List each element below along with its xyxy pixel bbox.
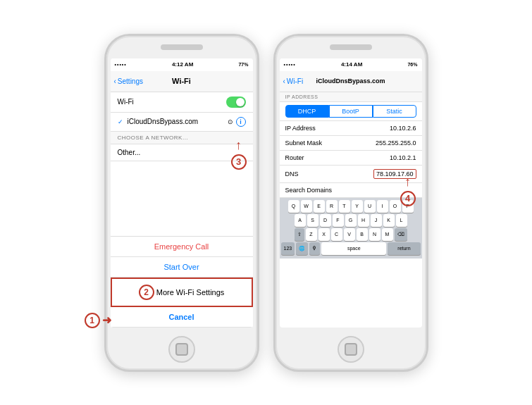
return-key[interactable]: return	[388, 242, 420, 255]
phone2-signal-dots: •••••	[284, 62, 296, 67]
phone1-signal-dots: •••••	[115, 62, 127, 67]
key-e[interactable]: E	[314, 200, 325, 213]
info-button[interactable]: i	[236, 117, 246, 127]
network-name: iCloudDnsBypass.com	[128, 118, 225, 125]
more-wifi-settings-item[interactable]: 2 More Wi-Fi Settings	[111, 278, 253, 307]
key-b[interactable]: B	[357, 228, 368, 241]
more-wifi-settings-text: More Wi-Fi Settings	[156, 288, 225, 297]
phone2-home-button[interactable]	[338, 336, 364, 363]
key-u[interactable]: U	[364, 200, 376, 213]
ip-address-row: IP Address 10.10.2.6	[280, 121, 422, 136]
home-button-inner	[175, 343, 188, 356]
wifi-toggle-row[interactable]: Wi-Fi	[111, 92, 253, 113]
step1-circle: 1	[85, 313, 100, 328]
phone2-nav-title: iCloudDnsBypass.com	[316, 77, 385, 85]
step4-annotation: ↑ 4	[400, 175, 416, 206]
key-r[interactable]: R	[326, 200, 338, 213]
network-row[interactable]: ✓ iCloudDnsBypass.com ⊙ i	[111, 113, 253, 132]
phone1-back-label: Settings	[118, 77, 143, 85]
keyboard[interactable]: Q W E R T Y U I O P A	[280, 198, 422, 258]
step4-circle: 4	[400, 191, 416, 206]
static-segment[interactable]: Static	[373, 105, 416, 118]
wifi-label: Wi-Fi	[118, 98, 134, 106]
emergency-call-item[interactable]: Emergency Call	[111, 237, 253, 257]
home2-button-inner	[345, 343, 357, 356]
key-n[interactable]: N	[369, 228, 381, 241]
phone1-screen: ••••• 4:12 AM 77% ‹ Settings Wi-Fi	[111, 58, 253, 328]
key-g[interactable]: G	[345, 214, 357, 227]
subnet-mask-row: Subnet Mask 255.255.255.0	[280, 136, 422, 151]
key-d[interactable]: D	[320, 214, 331, 227]
key-j[interactable]: J	[371, 214, 382, 227]
router-row: Router 10.10.2.1	[280, 151, 422, 166]
other-label: Other...	[118, 149, 141, 156]
keyboard-row2: A S D F G H J K L	[281, 214, 421, 227]
numbers-key[interactable]: 123	[281, 242, 295, 255]
key-w[interactable]: W	[301, 200, 312, 213]
step3-arrow: ↑	[235, 138, 242, 153]
chevron-left-icon2: ‹	[283, 77, 285, 85]
phone1-nav-bar: ‹ Settings Wi-Fi	[111, 71, 253, 92]
phone2-back-button[interactable]: ‹ Wi-Fi	[283, 77, 304, 85]
router-label: Router	[285, 154, 304, 161]
key-s[interactable]: S	[307, 214, 318, 227]
key-y[interactable]: Y	[352, 200, 363, 213]
subnet-mask-value: 255.255.255.0	[376, 139, 416, 147]
router-value: 10.10.2.1	[390, 154, 416, 161]
phone1-time: 4:12 AM	[172, 61, 193, 68]
scene: ••••• 4:12 AM 77% ‹ Settings Wi-Fi	[90, 20, 443, 386]
start-over-item[interactable]: Start Over	[111, 257, 253, 278]
ip-address-label: IP Address	[285, 125, 316, 132]
dhcp-segment[interactable]: DHCP	[285, 105, 329, 118]
key-q[interactable]: Q	[288, 200, 299, 213]
mic-key[interactable]: 🎙	[309, 242, 320, 255]
phone2-wrapper: ••••• 4:14 AM 76% ‹ Wi-Fi iCloudDnsBypas…	[273, 34, 428, 372]
ip-address-value: 10.10.2.6	[390, 125, 416, 132]
space-key[interactable]: space	[321, 242, 386, 255]
keyboard-row3: ⇧ Z X C V B N M ⌫	[281, 228, 421, 241]
key-i[interactable]: I	[377, 200, 388, 213]
key-k[interactable]: K	[383, 214, 395, 227]
checkmark-icon: ✓	[118, 118, 123, 125]
step3-annotation: ↑ 3	[231, 138, 247, 170]
segment-control[interactable]: DHCP BootP Static	[280, 102, 422, 121]
phone1-back-button[interactable]: ‹ Settings	[114, 77, 143, 85]
step3-circle: 3	[231, 154, 247, 170]
ip-section-header: IP ADDRESS	[280, 92, 422, 102]
phone2-battery: 76%	[407, 62, 417, 67]
phone2-back-label: Wi-Fi	[287, 77, 303, 85]
dns-label: DNS	[285, 170, 299, 177]
step2-label: 2	[139, 285, 154, 300]
cancel-item[interactable]: Cancel	[111, 307, 253, 328]
key-m[interactable]: M	[382, 228, 393, 241]
key-a[interactable]: A	[295, 214, 306, 227]
shift-key[interactable]: ⇧	[295, 228, 304, 241]
key-z[interactable]: Z	[306, 228, 317, 241]
wifi-signal-icon: ⊙	[228, 118, 233, 125]
key-h[interactable]: H	[358, 214, 369, 227]
phone1-content: Wi-Fi ✓ iCloudDnsBypass.com ⊙ i CHOOSE A…	[111, 92, 253, 328]
key-x[interactable]: X	[318, 228, 330, 241]
keyboard-row4: 123 🌐 🎙 space return	[281, 242, 421, 255]
phone2-nav-bar: ‹ Wi-Fi iCloudDnsBypass.com	[280, 71, 422, 92]
phone2-time: 4:14 AM	[341, 61, 362, 68]
key-v[interactable]: V	[344, 228, 355, 241]
key-c[interactable]: C	[331, 228, 342, 241]
phone1-battery: 77%	[238, 62, 248, 67]
phone1-home-button[interactable]	[168, 336, 195, 363]
chevron-left-icon: ‹	[114, 77, 116, 85]
key-l[interactable]: L	[396, 214, 407, 227]
search-domains-label: Search Domains	[285, 187, 333, 194]
phone1-status-bar: ••••• 4:12 AM 77%	[111, 58, 253, 71]
key-t[interactable]: T	[339, 200, 350, 213]
key-o[interactable]: O	[390, 200, 401, 213]
bootp-segment[interactable]: BootP	[329, 105, 373, 118]
phone1-nav-title: Wi-Fi	[172, 77, 191, 85]
key-f[interactable]: F	[333, 214, 344, 227]
wifi-toggle[interactable]	[226, 96, 246, 108]
globe-key[interactable]: 🌐	[296, 242, 308, 255]
step1-annotation: 1 ➜	[85, 313, 111, 328]
step1-arrow: ➜	[102, 313, 111, 327]
subnet-mask-label: Subnet Mask	[285, 139, 323, 147]
delete-key[interactable]: ⌫	[395, 228, 407, 241]
